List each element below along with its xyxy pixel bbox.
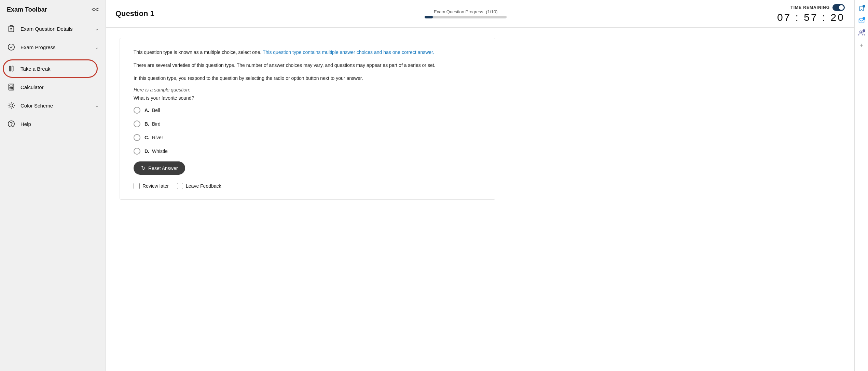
mail-icon[interactable]	[856, 16, 867, 26]
svg-point-8	[10, 87, 10, 88]
timer-label: TIME REMAINING	[790, 4, 845, 11]
svg-point-13	[12, 89, 13, 89]
right-sidebar: +	[854, 0, 868, 371]
sidebar-item-color-scheme[interactable]: Color Scheme ⌄	[0, 96, 106, 115]
svg-rect-4	[10, 66, 11, 71]
paragraph-1-normal: This question type is known as a multipl…	[134, 49, 263, 55]
answer-option-a[interactable]: A. Bell	[134, 107, 481, 114]
radio-button-d[interactable]	[134, 148, 140, 155]
option-letter-b: B.	[144, 121, 149, 127]
teams-icon[interactable]	[856, 28, 867, 38]
question-paragraph-2: There are several varieties of this ques…	[134, 61, 481, 70]
footer-actions: Review later Leave Feedback	[134, 183, 481, 189]
answer-option-d[interactable]: D. Whistle	[134, 148, 481, 155]
option-text-c: C. River	[144, 135, 163, 140]
option-value-c: River	[152, 135, 163, 140]
progress-count: (1/10)	[486, 9, 498, 14]
answer-option-b[interactable]: B. Bird	[134, 120, 481, 127]
question-prompt: What is your favorite sound?	[134, 95, 481, 101]
svg-point-11	[10, 89, 10, 89]
svg-rect-5	[12, 66, 13, 71]
sidebar-collapse-button[interactable]: <<	[92, 6, 99, 13]
sidebar-item-label-take-a-break: Take a Break	[20, 66, 99, 72]
progress-bar-track	[425, 16, 507, 18]
svg-point-14	[10, 104, 13, 107]
paragraph-1-highlight: This question type contains multiple ans…	[263, 49, 434, 55]
main-content: Question 1 Exam Question Progress (1/10)…	[106, 0, 854, 371]
progress-text: Exam Question Progress	[434, 9, 483, 14]
radio-button-b[interactable]	[134, 120, 140, 127]
progress-bar-fill	[425, 16, 433, 18]
question-paragraph-3: In this question type, you respond to th…	[134, 74, 481, 83]
option-letter-c: C.	[144, 135, 149, 140]
question-content: This question type is known as a multipl…	[106, 28, 854, 371]
pause-icon	[7, 64, 16, 73]
sidebar-title: Exam Toolbar	[7, 6, 47, 13]
question-body: This question type is known as a multipl…	[120, 38, 495, 200]
review-later-checkbox[interactable]	[134, 183, 140, 189]
chevron-down-icon-2: ⌄	[95, 45, 99, 50]
reset-icon: ↻	[141, 165, 146, 171]
check-circle-icon	[7, 43, 16, 52]
chevron-down-icon-3: ⌄	[95, 103, 99, 108]
header: Question 1 Exam Question Progress (1/10)…	[106, 0, 854, 28]
svg-line-17	[9, 103, 9, 103]
option-value-d: Whistle	[152, 148, 168, 154]
sidebar-item-help[interactable]: Help	[0, 115, 106, 133]
sidebar-item-label-help: Help	[20, 121, 99, 127]
option-text-b: B. Bird	[144, 121, 161, 127]
review-later-text: Review later	[142, 183, 169, 189]
svg-point-12	[11, 89, 12, 89]
sidebar-divider	[7, 58, 99, 58]
option-text-d: D. Whistle	[144, 148, 168, 154]
sidebar-item-take-a-break[interactable]: Take a Break	[0, 59, 106, 78]
progress-label: Exam Question Progress (1/10)	[434, 9, 497, 14]
question-title: Question 1	[115, 9, 154, 18]
sidebar-item-label-exam-question-details: Exam Question Details	[20, 26, 90, 32]
chevron-down-icon: ⌄	[95, 26, 99, 31]
plus-icon[interactable]: +	[856, 40, 867, 51]
sidebar-item-exam-question-details[interactable]: Exam Question Details ⌄	[0, 19, 106, 38]
sidebar-item-exam-progress[interactable]: Exam Progress ⌄	[0, 38, 106, 56]
bookmark-icon[interactable]	[856, 3, 867, 14]
leave-feedback-label[interactable]: Leave Feedback	[177, 183, 221, 189]
option-letter-d: D.	[144, 148, 149, 154]
svg-rect-7	[10, 85, 13, 86]
option-value-b: Bird	[152, 121, 161, 127]
svg-point-9	[11, 87, 12, 88]
reset-answer-button[interactable]: ↻ Reset Answer	[134, 161, 185, 175]
svg-line-18	[13, 108, 14, 108]
sun-icon	[7, 101, 16, 110]
option-value-a: Bell	[152, 108, 160, 113]
timer-value: 07 : 57 : 20	[777, 12, 845, 23]
svg-line-22	[13, 103, 14, 103]
sidebar-item-label-calculator: Calculator	[20, 84, 99, 90]
answer-option-c[interactable]: C. River	[134, 134, 481, 141]
svg-rect-0	[10, 26, 12, 27]
question-paragraph-1: This question type is known as a multipl…	[134, 48, 481, 57]
paragraph-3-normal: In this question type, you respond to th…	[134, 75, 363, 81]
svg-point-25	[859, 31, 862, 33]
help-icon	[7, 119, 16, 128]
sidebar-item-label-exam-progress: Exam Progress	[20, 44, 90, 50]
sample-label: Here is a sample question:	[134, 87, 481, 92]
svg-line-21	[9, 108, 9, 108]
sidebar-header: Exam Toolbar <<	[0, 0, 106, 19]
radio-button-a[interactable]	[134, 107, 140, 114]
sidebar-item-calculator[interactable]: Calculator	[0, 78, 106, 96]
review-later-label[interactable]: Review later	[134, 183, 169, 189]
reset-button-label: Reset Answer	[148, 166, 178, 171]
calculator-icon	[7, 83, 16, 91]
leave-feedback-checkbox[interactable]	[177, 183, 183, 189]
clipboard-icon	[7, 24, 16, 33]
sidebar: Exam Toolbar << Exam Question Details ⌄ …	[0, 0, 106, 371]
progress-section: Exam Question Progress (1/10)	[161, 9, 770, 18]
timer-toggle[interactable]	[832, 4, 845, 11]
option-letter-a: A.	[144, 108, 149, 113]
leave-feedback-text: Leave Feedback	[186, 183, 221, 189]
sidebar-item-label-color-scheme: Color Scheme	[20, 103, 90, 109]
timer-section: TIME REMAINING 07 : 57 : 20	[777, 4, 845, 23]
svg-point-10	[12, 87, 13, 88]
option-text-a: A. Bell	[144, 108, 160, 113]
radio-button-c[interactable]	[134, 134, 140, 141]
